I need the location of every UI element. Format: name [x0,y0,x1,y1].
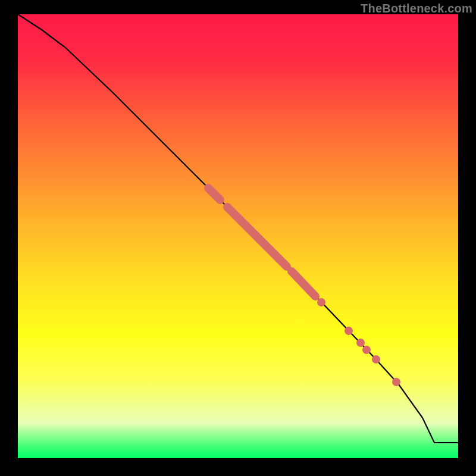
curve-layer [18,14,458,458]
marker-point [392,378,400,386]
plot-area [18,14,458,458]
marker-point [317,298,325,306]
watermark-text: TheBottleneck.com [361,2,472,14]
marker-point [345,327,353,335]
marker-point [372,355,380,364]
marker-streak [208,188,220,200]
marker-point [356,339,365,347]
marker-streaks [208,188,315,296]
marker-point [362,346,371,354]
marker-streak [292,271,315,296]
chart-stage: TheBottleneck.com [0,0,476,476]
marker-streak [227,207,287,267]
bottleneck-curve [18,14,458,443]
